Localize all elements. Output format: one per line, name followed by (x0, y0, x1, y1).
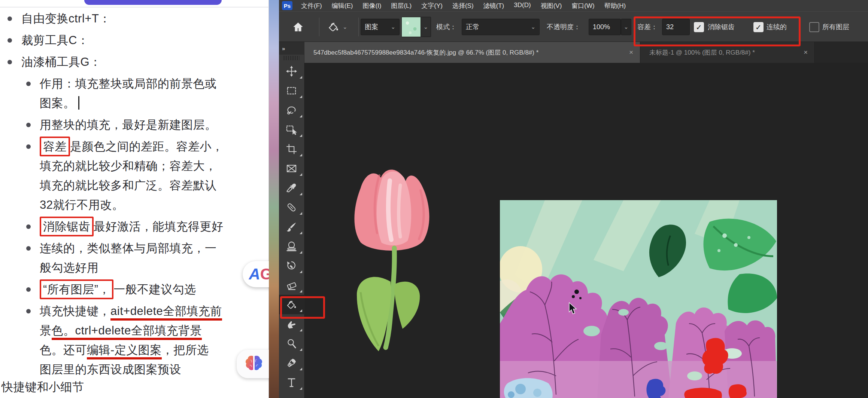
menu-item-1[interactable]: 文件(F) (296, 1, 327, 10)
home-button[interactable] (292, 12, 304, 42)
smudge-icon (286, 318, 297, 330)
note-text: ，把所选 (162, 343, 209, 356)
flyout-triangle-icon (300, 154, 302, 156)
options-bar: ⌄ 图案 ⌄ ⌄ 模式： 正常 ⌄ 不透明度： 100% ⌄ 容差： 32 ✓ (279, 11, 868, 42)
bullet-icon (26, 246, 31, 251)
menu-item-6[interactable]: 选择(S) (447, 1, 479, 10)
menu-item-3[interactable]: 图像(I) (358, 1, 386, 10)
tool-clone-stamp[interactable] (279, 236, 304, 256)
note-text: 般勾选好用 (40, 261, 99, 274)
tool-eraser[interactable] (279, 275, 304, 295)
mode-select[interactable]: 正常 ⌄ (462, 19, 540, 35)
contiguous-label: 连续的 (767, 12, 787, 42)
flyout-triangle-icon (300, 173, 302, 176)
tool-pen[interactable] (279, 353, 304, 373)
flyout-triangle-icon (300, 115, 302, 117)
note-text: 油漆桶工具G： (21, 55, 101, 68)
menu-item-7[interactable]: 滤镜(T) (479, 1, 509, 10)
note-text: 是颜色之间的差距。容差小， (70, 140, 224, 153)
spot-healing-icon (286, 202, 297, 213)
tool-paint-bucket[interactable] (279, 295, 304, 314)
text-caret (78, 96, 79, 110)
tool-history-brush[interactable] (279, 256, 304, 275)
canvas-area[interactable] (304, 63, 868, 398)
note-line: 填充快捷键，ait+delete全部填充前 (40, 301, 269, 321)
paint-bucket-tool-button[interactable]: ⌄ (327, 12, 347, 42)
menu-item-4[interactable]: 图层(L) (386, 1, 416, 10)
pattern-picker-chevron[interactable]: ⌄ (421, 17, 431, 37)
menu-item-8[interactable]: 3D(D) (509, 1, 535, 10)
menu-item-9[interactable]: 视图(V) (536, 1, 567, 10)
mouse-cursor (568, 302, 578, 315)
tool-rect-marquee[interactable] (279, 81, 304, 100)
menu-item-11[interactable]: 帮助(H) (600, 1, 631, 10)
document-tab-2[interactable]: 未标题-1 @ 100% (图层 0, RGB/8#) *× (640, 42, 815, 63)
document-tab-1[interactable]: 547dbec5f8ab4675759988ee9834a746-恢复的.jpg… (304, 42, 640, 63)
antialias-checkbox[interactable]: ✓ (694, 22, 704, 32)
bullet-icon (26, 309, 31, 313)
pen-icon (286, 357, 297, 369)
antialias-label: 消除锯齿 (708, 12, 735, 42)
pattern-thumbnail[interactable] (401, 17, 421, 37)
opacity-input[interactable]: 100% (589, 19, 621, 35)
tolerance-input[interactable]: 32 (662, 19, 690, 35)
mode-value: 正常 (466, 22, 479, 31)
bullet-icon (7, 60, 12, 64)
bullet-icon (26, 144, 31, 149)
document-tab-bar: 547dbec5f8ab4675759988ee9834a746-恢复的.jpg… (304, 42, 868, 63)
all-layers-checkbox[interactable] (809, 22, 819, 32)
tool-type[interactable] (279, 373, 304, 392)
menu-item-2[interactable]: 编辑(E) (327, 1, 358, 10)
tool-dodge[interactable] (279, 334, 304, 353)
note-line: 图层里的东西设成图案预设 (40, 360, 269, 379)
tool-crop[interactable] (279, 139, 304, 159)
flyout-triangle-icon (300, 387, 302, 390)
opacity-label: 不透明度： (547, 12, 580, 42)
menu-item-10[interactable]: 窗口(W) (567, 1, 599, 10)
menu-item-5[interactable]: 文字(Y) (416, 1, 447, 10)
note-line: 般勾选好用 (40, 258, 269, 278)
note-text: 用整块的填充，最好是新建图层。 (40, 118, 217, 131)
lasso-icon (286, 104, 297, 116)
note-text: 图案。 (40, 97, 75, 110)
eraser-icon (286, 279, 297, 291)
note-line: 自由变换ctrl+T： (21, 9, 269, 28)
flyout-triangle-icon (300, 270, 302, 273)
note-item-4: 作用：填充整块或局部的前景色或图案。 (0, 74, 269, 113)
tool-brush[interactable] (279, 217, 304, 236)
chevron-down-icon: ⌄ (388, 24, 395, 30)
fill-source-select[interactable]: 图案 ⌄ (361, 19, 400, 35)
bullet-icon (26, 123, 31, 127)
purple-button-fragment[interactable] (84, 0, 222, 5)
photo-document (500, 200, 777, 398)
tool-spot-healing[interactable] (279, 198, 304, 217)
note-line: 色。还可编辑-定义图案，把所选 (40, 340, 269, 360)
toolbar-grip[interactable] (283, 56, 300, 60)
move-icon (286, 65, 297, 77)
note-line: 裁剪工具C： (21, 31, 269, 50)
flyout-triangle-icon (300, 212, 302, 215)
note-line: 32就行不用改。 (40, 195, 269, 215)
tab-close-icon[interactable]: × (798, 48, 808, 56)
tool-smudge[interactable] (279, 314, 304, 334)
paint-bucket-icon (286, 299, 297, 310)
contiguous-checkbox[interactable]: ✓ (753, 22, 764, 32)
note-line: 油漆桶工具G： (21, 52, 269, 72)
red-underline: ait+delete全部填充前 (110, 304, 222, 321)
tool-frame[interactable] (279, 159, 304, 178)
brain-assistant-badge[interactable] (237, 350, 271, 378)
photoshop-logo: Ps (282, 1, 292, 10)
tab-close-icon[interactable]: × (623, 48, 633, 56)
opacity-chevron[interactable]: ⌄ (621, 19, 631, 35)
frame-icon (286, 163, 297, 174)
note-item-7: 消除锯齿最好激活，能填充得更好 (0, 217, 269, 236)
tool-move[interactable] (279, 61, 304, 81)
tool-eyedropper[interactable] (279, 178, 304, 198)
note-item-10: 填充快捷键，ait+delete全部填充前景色。ctrl+delete全部填充背… (0, 301, 269, 379)
tool-lasso[interactable] (279, 100, 304, 120)
flyout-triangle-icon (300, 232, 302, 234)
toolbar-expander[interactable]: » (279, 42, 304, 55)
chevron-down-icon: ⌄ (528, 24, 535, 30)
tool-object-selection[interactable] (279, 120, 304, 139)
flyout-triangle-icon (300, 368, 302, 370)
